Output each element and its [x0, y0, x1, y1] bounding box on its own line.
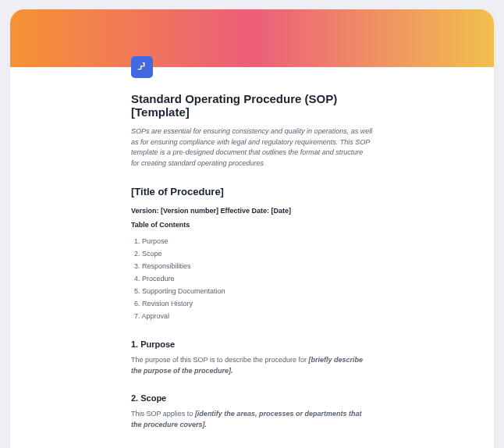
- version-date-line: Version: [Version number] Effective Date…: [131, 207, 373, 215]
- toc-item: Scope: [131, 247, 373, 260]
- section-body: The purpose of this SOP is to describe t…: [131, 355, 373, 376]
- toc-item: Responsibilities: [131, 260, 373, 272]
- section-purpose: 1. Purpose The purpose of this SOP is to…: [131, 340, 373, 376]
- document-icon-badge: [131, 56, 153, 78]
- procedure-title: [Title of Procedure]: [131, 186, 373, 197]
- steps-icon: [136, 61, 148, 73]
- toc-item: Approval: [131, 310, 373, 322]
- toc-heading: Table of Contents: [131, 221, 373, 229]
- intro-text: SOPs are essential for ensuring consiste…: [131, 126, 373, 169]
- document-title: Standard Operating Procedure (SOP) [Temp…: [131, 92, 373, 119]
- toc-item: Revision History: [131, 297, 373, 310]
- section-scope: 2. Scope This SOP applies to [identify t…: [131, 393, 373, 430]
- header-gradient: [10, 9, 494, 67]
- section-heading: 1. Purpose: [131, 340, 373, 349]
- section-heading: 2. Scope: [131, 393, 373, 403]
- document-card: Standard Operating Procedure (SOP) [Temp…: [10, 9, 494, 448]
- section-body: This SOP applies to [identify the areas,…: [131, 409, 373, 430]
- toc-item: Purpose: [131, 235, 373, 247]
- body-text: This SOP applies to: [131, 410, 195, 418]
- toc-item: Procedure: [131, 272, 373, 285]
- document-content: Standard Operating Procedure (SOP) [Temp…: [10, 67, 494, 448]
- toc-list: Purpose Scope Responsibilities Procedure…: [131, 235, 373, 322]
- body-text: The purpose of this SOP is to describe t…: [131, 356, 308, 364]
- toc-item: Supporting Documentation: [131, 285, 373, 297]
